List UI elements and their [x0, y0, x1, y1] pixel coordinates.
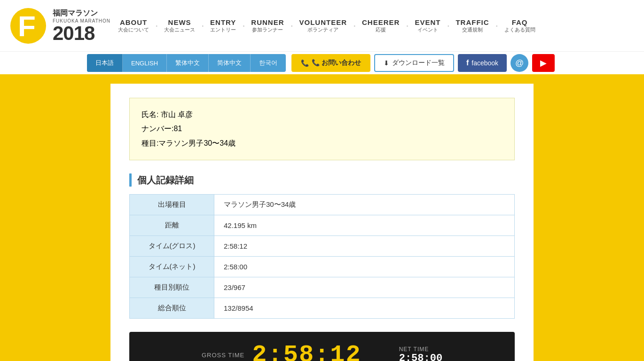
facebook-icon: f	[466, 59, 469, 67]
main-nav: ABOUT 大会について NEWS 大会ニュース ENTRY エントリー RUN…	[110, 18, 635, 33]
table-cell-label: タイム(ネット)	[130, 257, 214, 277]
runner-category: 種目:マラソン男子30〜34歳	[141, 136, 503, 150]
table-cell-value: マラソン男子30〜34歳	[214, 195, 515, 215]
download-button[interactable]: ⬇ ダウンロード一覧	[374, 54, 454, 72]
gross-time-value: 2:58:12	[252, 341, 361, 361]
subnav-buttons: 📞 📞 お問い合わせ ⬇ ダウンロード一覧 f facebook @ ▶	[291, 54, 555, 72]
lang-zh-tw[interactable]: 繁体中文	[167, 54, 209, 72]
subnav: 日本語 ENGLISH 繁体中文 简体中文 한국어 📞 📞 お問い合わせ ⬇ ダ…	[0, 52, 644, 74]
nav-faq[interactable]: FAQ よくある質問	[497, 18, 543, 33]
mail-icon: @	[515, 58, 524, 68]
main-content: 氏名: 市山 卓彦 ナンバー:81 種目:マラソン男子30〜34歳 個人記録詳細…	[0, 74, 644, 361]
table-cell-label: 種目別順位	[130, 277, 214, 298]
gross-time-block: GROSS TIME 2:58:12	[202, 341, 361, 361]
contact-button[interactable]: 📞 📞 お問い合わせ	[291, 54, 370, 72]
table-cell-label: 出場種目	[130, 195, 214, 215]
svg-text:F: F	[18, 10, 36, 42]
net-time-label: NET TIME	[399, 346, 429, 353]
section-title-block: 個人記録詳細	[129, 173, 515, 187]
language-bar: 日本語 ENGLISH 繁体中文 简体中文 한국어	[87, 54, 286, 72]
nav-traffic[interactable]: TRAFFIC 交通規制	[448, 18, 496, 33]
table-row: 種目別順位 23/967	[130, 277, 515, 298]
nav-event[interactable]: EVENT イベント	[407, 18, 448, 33]
section-title-bar-decoration	[129, 173, 132, 187]
mail-button[interactable]: @	[510, 54, 528, 72]
table-cell-label: 距離	[130, 215, 214, 236]
runner-info-box: 氏名: 市山 卓彦 ナンバー:81 種目:マラソン男子30〜34歳	[129, 98, 515, 160]
nav-entry[interactable]: ENTRY エントリー	[203, 18, 243, 33]
nav-news[interactable]: NEWS 大会ニュース	[157, 18, 203, 33]
table-cell-value: 23/967	[214, 277, 515, 298]
section-title-text: 個人記録詳細	[137, 174, 194, 187]
lang-ko[interactable]: 한국어	[251, 54, 286, 72]
table-cell-label: タイム(グロス)	[130, 236, 214, 257]
table-row: 出場種目 マラソン男子30〜34歳	[130, 195, 515, 215]
table-row: タイム(ネット) 2:58:00	[130, 257, 515, 277]
logo-icon: F	[9, 7, 47, 45]
download-icon: ⬇	[384, 59, 389, 67]
table-row: 距離 42.195 km	[130, 215, 515, 236]
header: F 福岡マラソン FUKUOKA MARATHON 2018 ABOUT 大会に…	[0, 0, 644, 52]
logo-year: 2018	[53, 24, 110, 43]
lang-ja[interactable]: 日本語	[87, 54, 123, 72]
nav-runner[interactable]: RUNNER 参加ランナー	[243, 18, 291, 33]
nav-volunteer[interactable]: VOLUNTEER ボランティア	[292, 18, 355, 33]
table-cell-label: 総合順位	[130, 298, 214, 319]
phone-icon: 📞	[301, 59, 309, 67]
table-cell-value: 42.195 km	[214, 215, 515, 236]
content-wrapper: 氏名: 市山 卓彦 ナンバー:81 種目:マラソン男子30〜34歳 個人記録詳細…	[110, 84, 534, 361]
logo-block: F 福岡マラソン FUKUOKA MARATHON 2018	[9, 7, 110, 45]
runner-number: ナンバー:81	[141, 122, 503, 136]
lang-en[interactable]: ENGLISH	[123, 54, 167, 72]
lang-zh-cn[interactable]: 简体中文	[209, 54, 251, 72]
nav-about[interactable]: ABOUT 大会について	[110, 18, 157, 33]
nav-cheerer[interactable]: CHEERER 応援	[354, 18, 407, 33]
time-display-bar: GROSS TIME 2:58:12 NET TIME 2:58:00	[129, 332, 515, 361]
net-time-value: 2:58:00	[399, 353, 442, 361]
gross-time-label: GROSS TIME	[202, 352, 244, 359]
logo-text-block: 福岡マラソン FUKUOKA MARATHON 2018	[53, 8, 110, 43]
facebook-button[interactable]: f facebook	[458, 54, 507, 72]
youtube-button[interactable]: ▶	[532, 54, 555, 72]
table-row: タイム(グロス) 2:58:12	[130, 236, 515, 257]
youtube-icon: ▶	[540, 58, 547, 68]
net-time-block: NET TIME 2:58:00	[399, 346, 442, 361]
logo-title-ja: 福岡マラソン	[53, 8, 110, 18]
table-cell-value: 2:58:12	[214, 236, 515, 257]
runner-name: 氏名: 市山 卓彦	[141, 108, 503, 122]
table-row: 総合順位 132/8954	[130, 298, 515, 319]
table-cell-value: 132/8954	[214, 298, 515, 319]
record-table: 出場種目 マラソン男子30〜34歳 距離 42.195 km タイム(グロス) …	[129, 194, 515, 319]
table-cell-value: 2:58:00	[214, 257, 515, 277]
